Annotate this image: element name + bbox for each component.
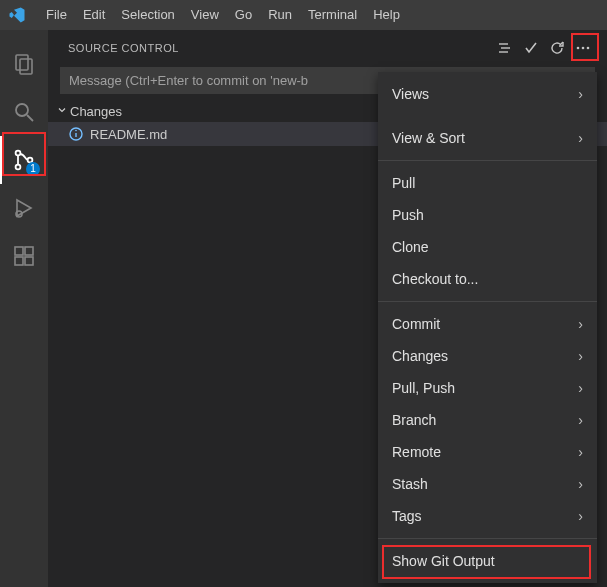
menu-edit[interactable]: Edit <box>75 0 113 30</box>
chevron-right-icon: › <box>578 86 583 102</box>
view-as-tree-icon[interactable] <box>493 36 517 60</box>
extensions-icon[interactable] <box>0 232 48 280</box>
menu-push[interactable]: Push <box>378 199 597 231</box>
svg-point-17 <box>587 46 590 49</box>
svg-rect-1 <box>20 59 32 74</box>
svg-point-5 <box>16 165 21 170</box>
scm-more-actions-menu: Views› View & Sort› Pull Push Clone Chec… <box>378 72 597 583</box>
chevron-right-icon: › <box>578 348 583 364</box>
chevron-right-icon: › <box>578 412 583 428</box>
menu-show-git-output[interactable]: Show Git Output <box>378 545 597 577</box>
svg-line-3 <box>27 115 33 121</box>
explorer-icon[interactable] <box>0 40 48 88</box>
activity-bar: 1 <box>0 30 48 587</box>
menu-separator <box>378 160 597 161</box>
svg-rect-8 <box>15 247 23 255</box>
menu-go[interactable]: Go <box>227 0 260 30</box>
menu-file[interactable]: File <box>38 0 75 30</box>
more-actions-icon[interactable] <box>571 36 595 60</box>
svg-point-20 <box>75 130 77 132</box>
menu-separator <box>378 538 597 539</box>
menu-checkout-to[interactable]: Checkout to... <box>378 263 597 295</box>
svg-point-16 <box>582 46 585 49</box>
chevron-right-icon: › <box>578 444 583 460</box>
menu-terminal[interactable]: Terminal <box>300 0 365 30</box>
scm-badge: 1 <box>26 162 40 176</box>
menu-help[interactable]: Help <box>365 0 408 30</box>
refresh-icon[interactable] <box>545 36 569 60</box>
info-file-icon <box>68 126 84 142</box>
panel-title: SOURCE CONTROL <box>68 42 493 54</box>
menu-stash[interactable]: Stash› <box>378 468 597 500</box>
chevron-right-icon: › <box>578 130 583 146</box>
menu-branch[interactable]: Branch› <box>378 404 597 436</box>
menubar: File Edit Selection View Go Run Terminal… <box>0 0 607 30</box>
menu-remote[interactable]: Remote› <box>378 436 597 468</box>
commit-icon[interactable] <box>519 36 543 60</box>
menu-view[interactable]: View <box>183 0 227 30</box>
menu-view-sort[interactable]: View & Sort› <box>378 122 597 154</box>
chevron-right-icon: › <box>578 380 583 396</box>
chevron-right-icon: › <box>578 508 583 524</box>
menu-commit[interactable]: Commit› <box>378 308 597 340</box>
run-debug-icon[interactable] <box>0 184 48 232</box>
menu-tags[interactable]: Tags› <box>378 500 597 532</box>
svg-point-15 <box>577 46 580 49</box>
chevron-right-icon: › <box>578 476 583 492</box>
menu-pull-push[interactable]: Pull, Push› <box>378 372 597 404</box>
chevron-down-icon <box>54 104 70 119</box>
svg-rect-9 <box>25 247 33 255</box>
svg-rect-0 <box>16 55 28 70</box>
menu-views[interactable]: Views› <box>378 78 597 110</box>
svg-point-4 <box>16 151 21 156</box>
svg-rect-11 <box>25 257 33 265</box>
menu-pull[interactable]: Pull <box>378 167 597 199</box>
chevron-right-icon: › <box>578 316 583 332</box>
panel-header: SOURCE CONTROL <box>48 30 607 65</box>
menu-changes[interactable]: Changes› <box>378 340 597 372</box>
svg-point-2 <box>16 104 28 116</box>
changes-label: Changes <box>70 104 122 119</box>
menu-run[interactable]: Run <box>260 0 300 30</box>
menu-separator <box>378 301 597 302</box>
svg-rect-10 <box>15 257 23 265</box>
vscode-logo-icon <box>8 6 26 24</box>
source-control-icon[interactable]: 1 <box>0 136 48 184</box>
search-icon[interactable] <box>0 88 48 136</box>
menu-selection[interactable]: Selection <box>113 0 182 30</box>
menu-clone[interactable]: Clone <box>378 231 597 263</box>
